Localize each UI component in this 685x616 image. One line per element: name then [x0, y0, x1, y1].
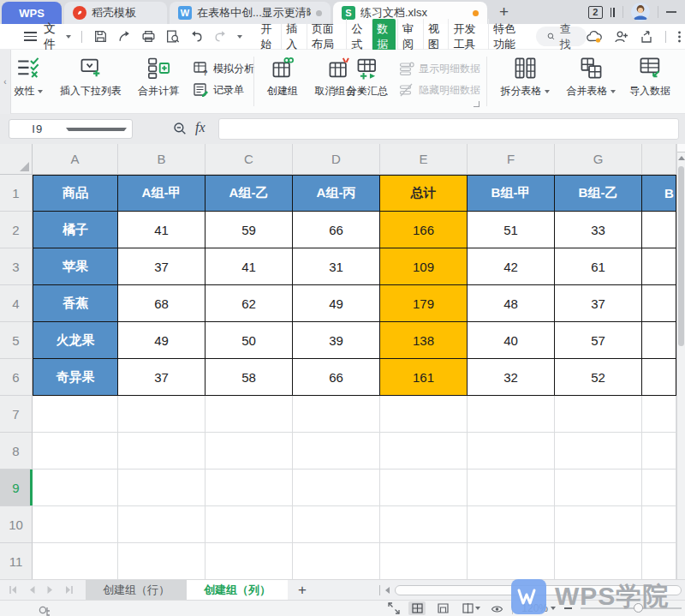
page-break-view-icon[interactable]: [460, 601, 482, 615]
cell[interactable]: [642, 543, 676, 579]
cell-A1[interactable]: 商品: [33, 175, 118, 212]
hamburger-menu-icon[interactable]: [24, 32, 37, 41]
cell-C4[interactable]: 62: [206, 285, 293, 322]
column-header-A[interactable]: A: [33, 144, 118, 175]
vertical-scrollbar-thumb[interactable]: [678, 166, 684, 346]
cell[interactable]: [555, 433, 642, 469]
cell[interactable]: [642, 396, 676, 433]
cell-C1[interactable]: A组-乙: [206, 175, 293, 212]
fullscreen-icon[interactable]: [388, 602, 400, 614]
print-icon[interactable]: [141, 29, 156, 44]
eye-protection-icon[interactable]: [491, 603, 503, 614]
cell-D5[interactable]: 39: [293, 322, 380, 359]
cell-D4[interactable]: 49: [293, 285, 380, 322]
search-box[interactable]: 查找: [536, 27, 587, 46]
cell[interactable]: [468, 469, 555, 506]
cell-H3-partial[interactable]: [642, 248, 676, 285]
cell[interactable]: [206, 469, 293, 506]
column-header-B[interactable]: B: [118, 144, 206, 175]
cell-F5[interactable]: 40: [468, 322, 555, 359]
what-if-analysis-button[interactable]: ? 模拟分析: [194, 61, 254, 76]
cell-E2[interactable]: 166: [380, 212, 468, 248]
cell-A2[interactable]: 橘子: [33, 212, 118, 248]
row-header-11[interactable]: 11: [0, 543, 33, 580]
docer-template-tab[interactable]: 稻壳模板: [64, 2, 167, 24]
cell-H5-partial[interactable]: [642, 322, 676, 359]
cell[interactable]: [118, 396, 206, 433]
cell[interactable]: [555, 396, 642, 433]
fx-icon[interactable]: fx: [195, 120, 206, 135]
column-header-C[interactable]: C: [206, 144, 293, 175]
cell-F1[interactable]: B组-甲: [468, 175, 555, 212]
cell[interactable]: [33, 543, 118, 579]
cell[interactable]: [293, 396, 380, 433]
cell-E1[interactable]: 总计: [380, 175, 468, 212]
row-header-6[interactable]: 6: [0, 359, 33, 396]
file-menu[interactable]: 文件: [44, 21, 62, 52]
cell-B3[interactable]: 37: [118, 248, 206, 285]
cell-G5[interactable]: 57: [555, 322, 642, 359]
cell-F3[interactable]: 42: [468, 248, 555, 285]
cell[interactable]: [380, 543, 468, 579]
cell[interactable]: [555, 506, 642, 543]
cell-H6-partial[interactable]: [642, 359, 676, 396]
cell-D3[interactable]: 31: [293, 248, 380, 285]
cell[interactable]: [206, 433, 293, 469]
cell[interactable]: [293, 543, 380, 579]
cell[interactable]: [468, 396, 555, 433]
more-options-icon[interactable]: [677, 30, 682, 44]
minimize-icon[interactable]: [666, 11, 676, 13]
row-header-7[interactable]: 7: [0, 396, 33, 433]
redo-icon[interactable]: [213, 29, 228, 44]
cell[interactable]: [468, 433, 555, 469]
select-all-corner[interactable]: [0, 144, 33, 175]
cell[interactable]: [206, 506, 293, 543]
cell[interactable]: [642, 506, 676, 543]
row-header-8[interactable]: 8: [0, 433, 33, 469]
cell-D6[interactable]: 66: [293, 359, 380, 396]
cell-H2-partial[interactable]: [642, 212, 676, 248]
name-box[interactable]: I9: [9, 119, 133, 139]
insert-dropdown-list-button[interactable]: 插入下拉列表: [51, 57, 130, 99]
row-header-4[interactable]: 4: [0, 285, 33, 322]
user-avatar[interactable]: [631, 3, 650, 21]
page-layout-view-icon[interactable]: [434, 601, 451, 615]
scrollbar-split-handle[interactable]: [677, 144, 685, 153]
cell-G4[interactable]: 37: [555, 285, 642, 322]
add-sheet-button[interactable]: +: [288, 580, 317, 600]
cell-G6[interactable]: 52: [555, 359, 642, 396]
cell-B5[interactable]: 49: [118, 322, 206, 359]
cell-B2[interactable]: 41: [118, 212, 206, 248]
import-data-button[interactable]: 导入数据: [625, 57, 675, 99]
share-icon[interactable]: [640, 30, 654, 44]
consolidate-button[interactable]: 合并计算: [130, 57, 187, 99]
cell-B6[interactable]: 37: [118, 359, 206, 396]
scrollbar-split-handle[interactable]: [379, 585, 381, 595]
cell-F2[interactable]: 51: [468, 212, 555, 248]
cell[interactable]: [206, 543, 293, 579]
cell[interactable]: [118, 543, 206, 579]
cell-H4-partial[interactable]: [642, 285, 676, 322]
cell[interactable]: [118, 469, 206, 506]
cell-E4[interactable]: 179: [380, 285, 468, 322]
cell-F4[interactable]: 48: [468, 285, 555, 322]
column-header-D[interactable]: D: [293, 144, 380, 175]
column-header-F[interactable]: F: [468, 144, 555, 175]
cell-D2[interactable]: 66: [293, 212, 380, 248]
cell[interactable]: [380, 433, 468, 469]
window-count-badge[interactable]: 2: [588, 6, 603, 19]
cell[interactable]: [33, 506, 118, 543]
cell-A3[interactable]: 苹果: [33, 248, 118, 285]
qat-more-icon[interactable]: [237, 35, 242, 39]
row-header-2[interactable]: 2: [0, 212, 33, 248]
first-sheet-icon[interactable]: [9, 585, 18, 595]
zoom-formula-icon[interactable]: [173, 122, 188, 136]
window-list-icon[interactable]: [611, 8, 615, 17]
cell-G1[interactable]: B组-乙: [555, 175, 642, 212]
cell[interactable]: [642, 469, 676, 506]
record-form-button[interactable]: 记录单: [194, 82, 254, 98]
cell-C3[interactable]: 41: [206, 248, 293, 285]
cell[interactable]: [555, 469, 642, 506]
row-header-3[interactable]: 3: [0, 248, 33, 285]
cell-E5[interactable]: 138: [380, 322, 468, 359]
